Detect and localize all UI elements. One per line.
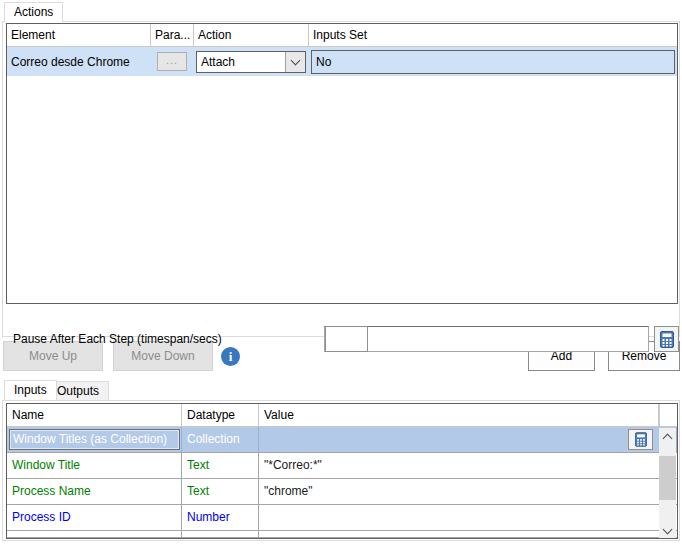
action-row[interactable]: Correo desde Chrome ... Attach No — [7, 47, 677, 76]
action-properties-screen: Actions Element Para... Action Inputs Se… — [0, 0, 682, 546]
tab-actions[interactable]: Actions — [4, 2, 63, 22]
params-ellipsis-button[interactable]: ... — [157, 52, 187, 71]
header-scrollbar-spacer — [659, 404, 677, 426]
action-combobox[interactable]: Attach — [196, 51, 306, 73]
scrollbar-up-icon — [663, 433, 673, 443]
input-row-window-title[interactable]: Window Title Text "*Correo:*" — [7, 453, 677, 479]
inputs-table-header: Name Datatype Value — [7, 404, 677, 427]
actions-table-header: Element Para... Action Inputs Set — [7, 24, 677, 47]
actions-tab-page: Element Para... Action Inputs Set Correo… — [2, 21, 680, 337]
inputs-table: Name Datatype Value Window Titles (as Co… — [6, 403, 678, 539]
input-datatype-cell: Text — [182, 453, 259, 478]
action-combobox-dropdown-button[interactable] — [285, 52, 305, 72]
pause-after-each-step-input[interactable] — [324, 326, 649, 352]
inputs-set-value[interactable]: No — [311, 50, 675, 74]
input-datatype-cell: Number — [182, 505, 259, 530]
input-name-cell[interactable]: Process ID — [7, 505, 182, 530]
column-header-name[interactable]: Name — [7, 404, 182, 426]
input-value-cell[interactable] — [259, 505, 677, 530]
column-header-inputs-set[interactable]: Inputs Set — [309, 24, 677, 46]
input-value-cell[interactable] — [259, 427, 677, 452]
input-value-cell[interactable]: "*Correo:*" — [259, 453, 677, 478]
action-row-params-cell: ... — [151, 47, 194, 76]
input-name-cell[interactable]: Window Title — [7, 453, 182, 478]
pause-after-each-step-label: Pause After Each Step (timespan/secs) — [13, 332, 222, 346]
scrollbar-up-button[interactable] — [659, 428, 676, 444]
input-row-process-id[interactable]: Process ID Number — [7, 505, 677, 531]
pause-expression-calculator-button[interactable] — [654, 326, 679, 352]
action-row-inputs-set-cell: No — [309, 47, 677, 76]
action-row-action-cell: Attach — [194, 47, 309, 76]
input-row-partial — [7, 531, 677, 538]
action-row-element: Correo desde Chrome — [7, 47, 151, 76]
scrollbar-thumb[interactable] — [659, 456, 676, 500]
column-header-datatype[interactable]: Datatype — [182, 404, 259, 426]
input-datatype-cell: Collection — [182, 427, 259, 452]
column-header-params[interactable]: Para... — [151, 24, 194, 46]
input-row-process-name[interactable]: Process Name Text "chrome" — [7, 479, 677, 505]
input-datatype-cell: Text — [182, 479, 259, 504]
pause-input-edit-segment[interactable] — [325, 326, 368, 352]
actions-table: Element Para... Action Inputs Set Correo… — [6, 23, 678, 304]
column-header-element[interactable]: Element — [7, 24, 151, 46]
chevron-down-icon — [291, 55, 301, 65]
tab-inputs[interactable]: Inputs — [4, 380, 57, 400]
value-expression-calculator-button[interactable] — [628, 429, 653, 450]
input-name-cell[interactable]: Window Titles (as Collection) — [7, 427, 182, 452]
column-header-value[interactable]: Value — [259, 404, 659, 426]
input-name-cell[interactable]: Process Name — [7, 479, 182, 504]
scrollbar-down-button[interactable] — [659, 523, 676, 539]
info-icon: i — [221, 347, 240, 366]
column-header-action[interactable]: Action — [194, 24, 309, 46]
input-name-focus-box: Window Titles (as Collection) — [9, 429, 180, 450]
vertical-scrollbar[interactable] — [659, 428, 676, 539]
calculator-icon — [635, 432, 647, 447]
input-row-window-titles[interactable]: Window Titles (as Collection) Collection — [7, 427, 677, 453]
calculator-icon — [660, 331, 674, 348]
scrollbar-down-icon — [663, 525, 673, 535]
action-combobox-value: Attach — [197, 55, 285, 69]
inputs-tab-page: Name Datatype Value Window Titles (as Co… — [2, 400, 680, 541]
input-value-cell[interactable]: "chrome" — [259, 479, 677, 504]
